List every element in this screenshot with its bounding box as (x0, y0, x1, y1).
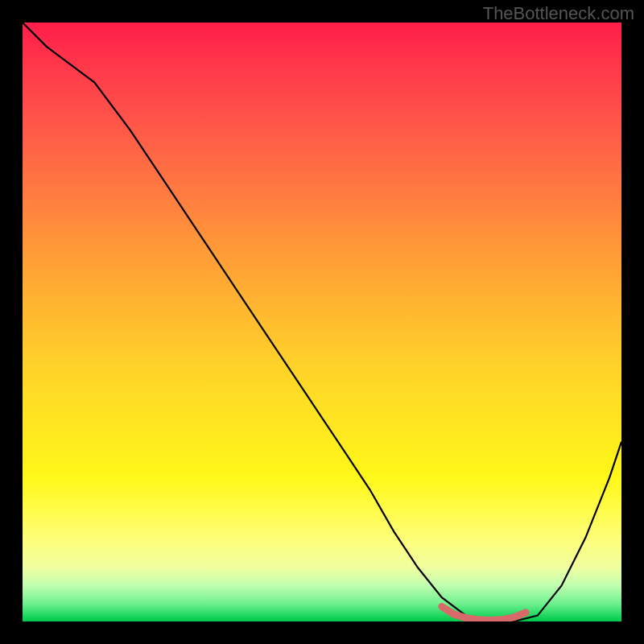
chart-svg (23, 23, 621, 621)
plot-area (23, 23, 621, 621)
watermark-text: TheBottleneck.com (483, 3, 634, 24)
bottleneck-curve-path (23, 23, 621, 621)
optimal-highlight-path (442, 606, 526, 620)
